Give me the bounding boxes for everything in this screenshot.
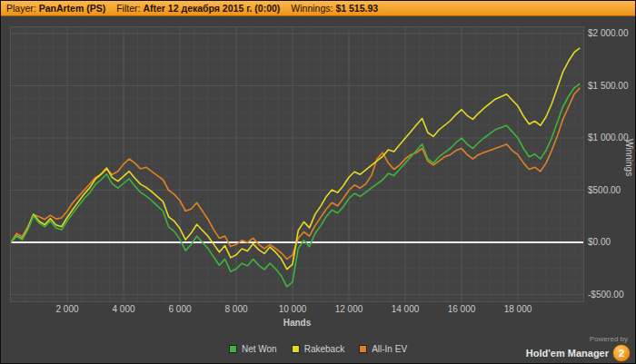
filter-value: After 12 декабря 2015 г. (0:00) [143, 3, 280, 14]
series-line-rakeback [11, 48, 580, 270]
y-axis-title: Winnings [624, 139, 634, 176]
x-axis-title: Hands [10, 318, 584, 328]
legend-swatch-icon [292, 345, 300, 353]
player-label: Player: [6, 3, 36, 14]
y-tick-label: $1 500.00 [588, 81, 629, 91]
series-line-net-won [11, 84, 580, 287]
series-line-all-in-ev [11, 88, 580, 260]
winnings-graph[interactable] [10, 26, 584, 302]
y-tick-label: $1 000.00 [588, 133, 629, 143]
y-tick-label: $2 000.00 [588, 28, 629, 38]
x-tick-label: 8 000 [224, 304, 247, 314]
x-tick-label: 4 000 [112, 304, 134, 314]
legend-label: Rakeback [304, 344, 344, 354]
x-tick-label: 2 000 [55, 304, 78, 314]
x-tick-label: 18 000 [504, 304, 532, 314]
x-tick-label: 16 000 [448, 304, 476, 314]
legend-swatch-icon [359, 345, 367, 353]
powered-by-text: Powered by [526, 335, 628, 343]
x-tick-label: 14 000 [392, 304, 420, 314]
winnings-value: $1 515.93 [335, 3, 378, 14]
legend-item-all-in-ev: All-In EV [359, 344, 407, 354]
x-tick-label: 6 000 [168, 304, 191, 314]
legend-swatch-icon [229, 345, 237, 353]
hm2-graph-window: Player:PanArtem (PS)Filter:After 12 дека… [0, 0, 636, 364]
player-value: PanArtem (PS) [39, 3, 106, 14]
filter-label: Filter: [116, 3, 140, 14]
legend-label: Net Won [242, 344, 277, 354]
legend: Net WonRakebackAll-In EV [229, 344, 407, 354]
legend-item-net-won: Net Won [229, 344, 277, 354]
legend-item-rakeback: Rakeback [292, 344, 344, 354]
x-tick-label: 12 000 [335, 304, 363, 314]
y-tick-label: $500.00 [588, 185, 621, 195]
y-tick-label: $0.00 [588, 237, 611, 247]
y-tick-label: -$500.00 [588, 290, 623, 300]
hm2-logo-icon: 2 [612, 344, 631, 362]
x-tick-label: 10 000 [279, 304, 307, 314]
legend-label: All-In EV [372, 344, 407, 354]
winnings-label: Winnings: [291, 3, 333, 14]
brand-name: Hold'em Manager [526, 348, 609, 359]
powered-by: Powered by Hold'em Manager 2 [526, 335, 631, 362]
title-bar: Player:PanArtem (PS)Filter:After 12 дека… [1, 1, 635, 16]
